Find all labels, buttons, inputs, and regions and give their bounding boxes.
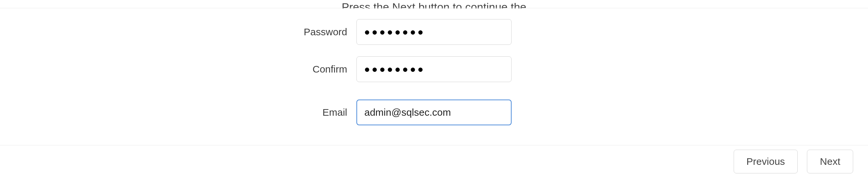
button-bar: Previous Next bbox=[734, 150, 853, 173]
password-field[interactable]: ●●●●●●●● bbox=[356, 19, 512, 45]
password-row: Password ●●●●●●●● bbox=[176, 19, 692, 45]
email-field[interactable] bbox=[356, 100, 512, 125]
email-row: Email bbox=[176, 100, 692, 125]
form-area: Password ●●●●●●●● Confirm ●●●●●●●● Email bbox=[0, 19, 868, 125]
email-label: Email bbox=[176, 107, 347, 118]
confirm-row: Confirm ●●●●●●●● bbox=[176, 57, 692, 82]
next-button[interactable]: Next bbox=[807, 150, 853, 173]
bottom-divider bbox=[0, 145, 868, 145]
confirm-field[interactable]: ●●●●●●●● bbox=[356, 57, 512, 82]
confirm-label: Confirm bbox=[176, 64, 347, 75]
hint-text: Press the Next button to continue the bbox=[342, 0, 526, 8]
previous-button[interactable]: Previous bbox=[734, 150, 798, 173]
password-label: Password bbox=[176, 26, 347, 38]
